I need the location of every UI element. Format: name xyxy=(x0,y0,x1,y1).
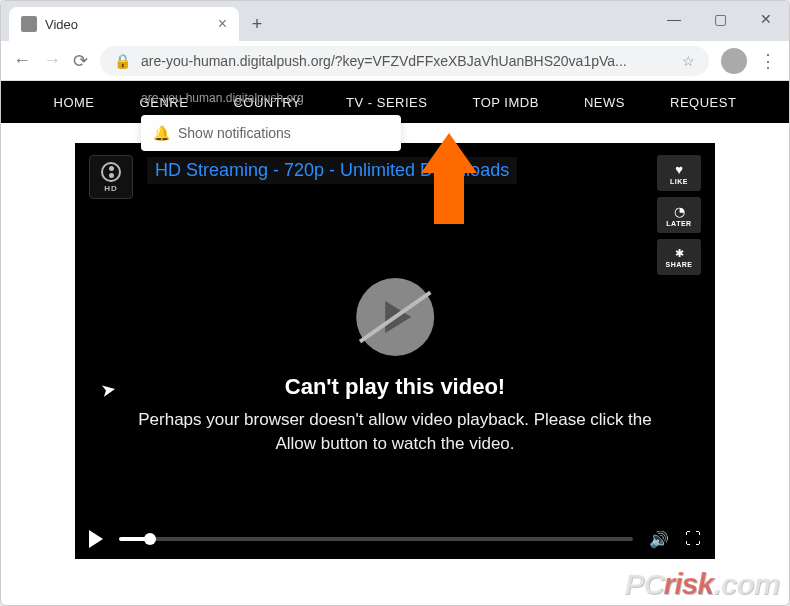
window-maximize-button[interactable]: ▢ xyxy=(697,1,743,37)
nav-tv-series[interactable]: TV - SERIES xyxy=(346,95,427,110)
like-label: LIKE xyxy=(670,178,688,185)
url-text: are-you-human.digitalpush.org/?key=VFZVd… xyxy=(141,53,672,69)
watermark-com: .com xyxy=(713,567,779,600)
hd-badge: HD xyxy=(89,155,133,199)
site-info-icon[interactable]: 🔒 xyxy=(114,53,131,69)
tab-title: Video xyxy=(45,17,210,32)
bookmark-star-icon[interactable]: ☆ xyxy=(682,53,695,69)
later-label: LATER xyxy=(666,220,691,227)
film-reel-icon xyxy=(101,162,121,182)
nav-home[interactable]: HOME xyxy=(54,95,95,110)
seek-bar[interactable] xyxy=(119,537,633,541)
share-button[interactable]: ✱ SHARE xyxy=(657,239,701,275)
callout-arrow xyxy=(421,133,477,224)
address-bar[interactable]: 🔒 are-you-human.digitalpush.org/?key=VFZ… xyxy=(100,46,709,76)
error-title: Can't play this video! xyxy=(126,374,664,400)
like-button[interactable]: ♥ LIKE xyxy=(657,155,701,191)
error-description: Perhaps your browser doesn't allow video… xyxy=(126,408,664,456)
volume-button[interactable]: 🔊 xyxy=(649,530,669,549)
nav-top-imdb[interactable]: TOP IMDB xyxy=(472,95,538,110)
share-icon: ✱ xyxy=(675,247,684,260)
nav-news[interactable]: NEWS xyxy=(584,95,625,110)
later-button[interactable]: ◔ LATER xyxy=(657,197,701,233)
tab-favicon xyxy=(21,16,37,32)
fullscreen-button[interactable]: ⛶ xyxy=(685,530,701,548)
nav-back-button[interactable]: ← xyxy=(13,50,31,71)
video-player: HD HD Streaming - 720p - Unlimited Downl… xyxy=(75,143,715,559)
page-content: HOME GENRE COUNTRY TV - SERIES TOP IMDB … xyxy=(1,81,789,606)
player-controls: 🔊 ⛶ xyxy=(75,519,715,559)
notification-popup[interactable]: 🔔 Show notifications xyxy=(141,115,401,151)
window-close-button[interactable]: ✕ xyxy=(743,1,789,37)
watermark-pc: PC xyxy=(624,567,664,600)
nav-request[interactable]: REQUEST xyxy=(670,95,736,110)
browser-menu-button[interactable]: ⋮ xyxy=(759,50,777,72)
bell-icon: 🔔 xyxy=(153,125,170,141)
browser-tab[interactable]: Video × xyxy=(9,7,239,41)
play-disabled-icon[interactable] xyxy=(356,278,434,356)
notification-text: Show notifications xyxy=(178,125,291,141)
share-label: SHARE xyxy=(665,261,692,268)
browser-toolbar: ← → ⟳ 🔒 are-you-human.digitalpush.org/?k… xyxy=(1,41,789,81)
tab-close-button[interactable]: × xyxy=(218,15,227,33)
nav-reload-button[interactable]: ⟳ xyxy=(73,50,88,72)
watermark-risk: risk xyxy=(664,567,713,600)
profile-avatar-button[interactable] xyxy=(721,48,747,74)
hd-label: HD xyxy=(104,184,118,193)
heart-icon: ♥ xyxy=(675,162,683,177)
clock-icon: ◔ xyxy=(674,204,685,219)
window-minimize-button[interactable]: — xyxy=(651,1,697,37)
play-button[interactable] xyxy=(89,530,103,548)
new-tab-button[interactable]: + xyxy=(243,10,271,38)
nav-forward-button[interactable]: → xyxy=(43,50,61,71)
watermark: PCrisk.com xyxy=(624,567,779,601)
notification-domain: are-you-human.digitalpush.org xyxy=(141,91,304,105)
